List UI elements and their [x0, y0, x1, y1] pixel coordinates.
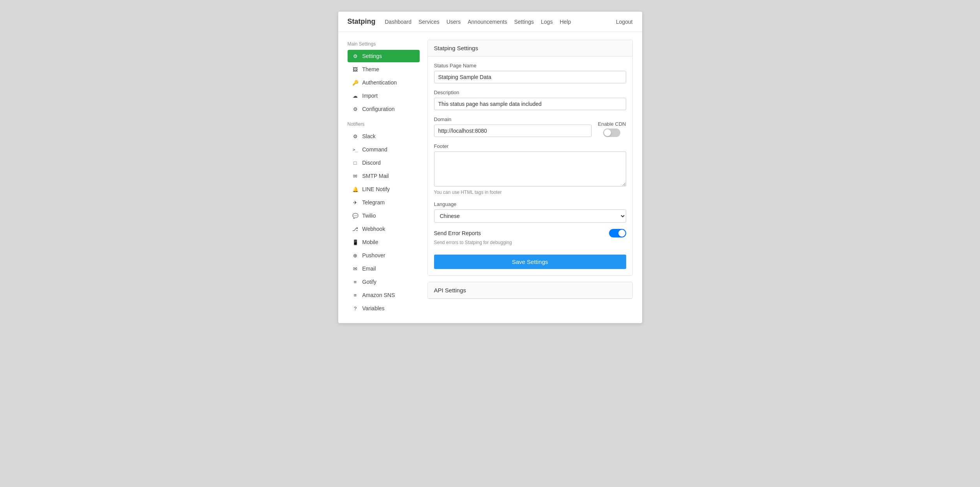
sidebar-item-variables-label: Variables: [362, 305, 385, 311]
domain-input[interactable]: [434, 125, 592, 137]
sidebar-item-slack-label: Slack: [362, 133, 376, 139]
sidebar-item-telegram[interactable]: ✈ Telegram: [348, 196, 420, 209]
sidebar-item-smtp-label: SMTP Mail: [362, 173, 389, 179]
cdn-label: Enable CDN: [598, 121, 626, 127]
send-error-toggle-thumb: [618, 230, 625, 237]
sidebar-item-authentication[interactable]: 🔑 Authentication: [348, 76, 420, 89]
nav-help[interactable]: Help: [560, 19, 571, 25]
discord-icon: □: [352, 160, 358, 166]
description-input[interactable]: [434, 98, 626, 110]
cdn-group: Enable CDN: [598, 121, 626, 137]
navbar: Statping Dashboard Services Users Announ…: [338, 12, 642, 32]
sidebar-item-settings-label: Settings: [362, 53, 382, 59]
sidebar-item-smtp[interactable]: ✉ SMTP Mail: [348, 170, 420, 182]
settings-card: Statping Settings Status Page Name Descr…: [427, 40, 633, 276]
page-container: Statping Dashboard Services Users Announ…: [338, 12, 642, 323]
sidebar-item-twilio-label: Twilio: [362, 213, 376, 219]
sidebar-item-mobile[interactable]: 📱 Mobile: [348, 236, 420, 248]
footer-group: Footer You can use HTML tags in footer: [434, 143, 626, 195]
settings-card-header: Statping Settings: [428, 40, 632, 56]
nav-services[interactable]: Services: [418, 19, 440, 25]
sidebar: Main Settings ⚙ Settings 🖼 Theme 🔑 Authe…: [348, 40, 420, 315]
sidebar-item-variables[interactable]: ? Variables: [348, 302, 420, 315]
main-settings-title: Main Settings: [348, 41, 420, 47]
send-error-toggle[interactable]: [609, 229, 626, 237]
send-error-label: Send Error Reports: [434, 230, 481, 236]
settings-icon: ⚙: [352, 53, 358, 59]
sidebar-item-discord[interactable]: □ Discord: [348, 156, 420, 169]
sidebar-item-slack[interactable]: ⚙ Slack: [348, 130, 420, 142]
sidebar-item-line[interactable]: 🔔 LINE Notify: [348, 183, 420, 195]
status-page-name-group: Status Page Name: [434, 63, 626, 83]
domain-group: Domain Enable CDN: [434, 116, 626, 137]
content-area: Main Settings ⚙ Settings 🖼 Theme 🔑 Authe…: [338, 32, 642, 323]
sidebar-item-import-label: Import: [362, 93, 378, 99]
sidebar-item-gotify[interactable]: ≡ Gotify: [348, 276, 420, 288]
sidebar-item-twilio[interactable]: 💬 Twilio: [348, 209, 420, 222]
language-group: Language English Chinese French German S…: [434, 201, 626, 223]
notifiers-title: Notifiers: [348, 121, 420, 127]
save-settings-button[interactable]: Save Settings: [434, 255, 626, 269]
navbar-links: Dashboard Services Users Announcements S…: [385, 19, 616, 25]
sidebar-item-pushover[interactable]: ⊕ Pushover: [348, 249, 420, 262]
footer-hint: You can use HTML tags in footer: [434, 190, 626, 195]
footer-input[interactable]: [434, 151, 626, 186]
pushover-icon: ⊕: [352, 253, 358, 258]
domain-label: Domain: [434, 116, 592, 122]
footer-label: Footer: [434, 143, 626, 149]
description-group: Description: [434, 90, 626, 110]
command-icon: >_: [352, 147, 358, 152]
cdn-toggle[interactable]: [603, 128, 620, 137]
language-select[interactable]: English Chinese French German Spanish Ja…: [434, 209, 626, 223]
sidebar-item-command-label: Command: [362, 146, 388, 153]
sidebar-item-pushover-label: Pushover: [362, 252, 385, 258]
mobile-icon: 📱: [352, 239, 358, 245]
cdn-toggle-track: [603, 128, 620, 137]
sidebar-item-mobile-label: Mobile: [362, 239, 378, 245]
sidebar-item-webhook-label: Webhook: [362, 226, 385, 232]
sidebar-item-amazon-sns[interactable]: ≡ Amazon SNS: [348, 289, 420, 301]
language-label: Language: [434, 201, 626, 207]
sidebar-item-import[interactable]: ☁ Import: [348, 90, 420, 102]
sidebar-item-theme[interactable]: 🖼 Theme: [348, 63, 420, 76]
sidebar-item-settings[interactable]: ⚙ Settings: [348, 50, 420, 62]
cloud-icon: ☁: [352, 93, 358, 99]
navbar-brand: Statping: [348, 18, 376, 26]
nav-dashboard[interactable]: Dashboard: [385, 19, 412, 25]
sidebar-item-configuration[interactable]: ⚙ Configuration: [348, 103, 420, 115]
send-error-row: Send Error Reports: [434, 229, 626, 237]
send-error-toggle-track: [609, 229, 626, 237]
logout-link[interactable]: Logout: [616, 19, 633, 25]
gotify-icon: ≡: [352, 279, 358, 285]
telegram-icon: ✈: [352, 200, 358, 206]
sidebar-item-command[interactable]: >_ Command: [348, 143, 420, 156]
navbar-right: Logout: [616, 18, 633, 25]
nav-announcements[interactable]: Announcements: [468, 19, 507, 25]
theme-icon: 🖼: [352, 67, 358, 72]
smtp-icon: ✉: [352, 173, 358, 179]
nav-settings[interactable]: Settings: [514, 19, 534, 25]
line-icon: 🔔: [352, 186, 358, 192]
settings-card-body: Status Page Name Description Domain: [428, 56, 632, 275]
variables-icon: ?: [352, 306, 358, 311]
cdn-toggle-thumb: [604, 129, 611, 136]
key-icon: 🔑: [352, 80, 358, 86]
domain-row: Domain Enable CDN: [434, 116, 626, 137]
api-settings-header: API Settings: [428, 282, 632, 299]
sidebar-item-gotify-label: Gotify: [362, 279, 377, 285]
sidebar-item-line-label: LINE Notify: [362, 186, 390, 192]
sidebar-item-telegram-label: Telegram: [362, 199, 385, 206]
amazon-sns-icon: ≡: [352, 292, 358, 298]
sidebar-item-amazon-sns-label: Amazon SNS: [362, 292, 395, 298]
webhook-icon: ⎇: [352, 226, 358, 232]
sidebar-item-email-label: Email: [362, 265, 376, 272]
nav-users[interactable]: Users: [447, 19, 461, 25]
api-settings-card: API Settings: [427, 282, 633, 299]
twilio-icon: 💬: [352, 213, 358, 219]
nav-logs[interactable]: Logs: [541, 19, 553, 25]
sidebar-item-email[interactable]: ✉ Email: [348, 262, 420, 275]
email-icon: ✉: [352, 266, 358, 272]
status-page-name-input[interactable]: [434, 71, 626, 83]
slack-icon: ⚙: [352, 134, 358, 139]
sidebar-item-webhook[interactable]: ⎇ Webhook: [348, 223, 420, 235]
